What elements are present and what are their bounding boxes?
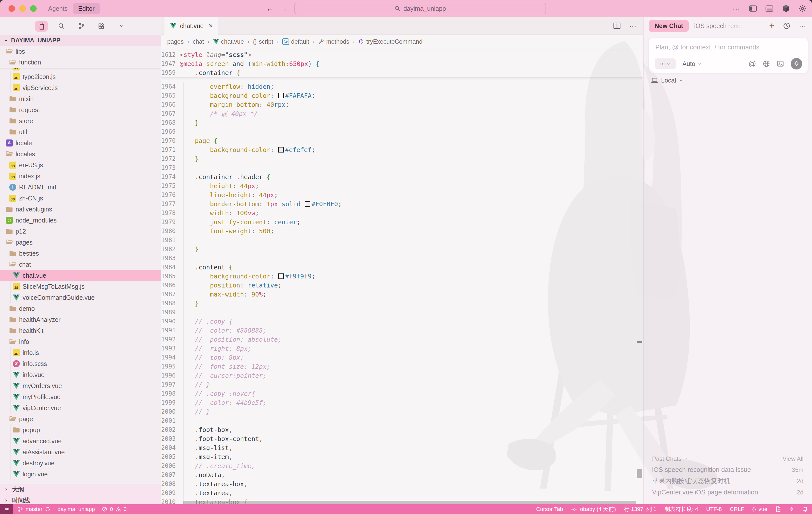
breadcrumb-item-chat.vue[interactable]: chat.vue <box>213 38 244 45</box>
past-chats-label[interactable]: Past Chats <box>652 455 682 462</box>
image-icon[interactable] <box>777 60 784 67</box>
horizontal-scrollbar[interactable] <box>183 501 636 504</box>
search-icon[interactable] <box>55 21 68 32</box>
microphone-icon[interactable] <box>791 58 802 70</box>
model-selector[interactable]: Auto <box>683 60 701 67</box>
minimize-window-button[interactable] <box>19 5 26 12</box>
zoom-window-button[interactable] <box>30 5 37 12</box>
tree-item-SliceMsgToLastMsg.js[interactable]: JSSliceMsgToLastMsg.js <box>0 281 161 292</box>
tree-item-function[interactable]: function <box>0 57 161 68</box>
section-outline[interactable]: 大纲 <box>0 484 161 495</box>
settings-gear-icon[interactable] <box>798 4 807 13</box>
tree-item-vipCenter.vue[interactable]: vipCenter.vue <box>0 402 161 413</box>
tree-item-chat.vue[interactable]: chat.vue <box>0 270 161 281</box>
tree-item-node_modules[interactable]: ⬡node_modules <box>0 215 161 226</box>
tree-item-libs[interactable]: libs <box>0 46 161 57</box>
source-control-branch-icon[interactable] <box>75 21 88 32</box>
git-branch-status[interactable]: master <box>18 506 50 513</box>
sparkle-icon[interactable] <box>789 507 794 512</box>
tree-item-info.vue[interactable]: info.vue <box>0 369 161 380</box>
tree-item-demo[interactable]: demo <box>0 303 161 314</box>
vertical-scrollbar[interactable] <box>637 469 642 478</box>
layout-panel-icon[interactable] <box>765 4 774 13</box>
history-clock-icon[interactable] <box>783 22 790 30</box>
breadcrumb-item-tryExecuteCommand[interactable]: tryExecuteCommand <box>358 38 423 45</box>
breadcrumb-item-default[interactable]: @default <box>282 38 309 45</box>
notifications-bell-icon[interactable] <box>803 506 808 512</box>
close-window-button[interactable] <box>8 5 15 12</box>
environment-selector[interactable]: Local <box>651 77 683 84</box>
tree-item-p12[interactable]: p12 <box>0 226 161 237</box>
new-chat-button[interactable]: New Chat <box>649 20 689 32</box>
past-chat-item[interactable]: 苹果内购按钮状态恢复时机2d <box>643 476 812 487</box>
tree-item-pages[interactable]: pages <box>0 237 161 248</box>
split-editor-icon[interactable] <box>613 22 621 29</box>
tree-item-login.vue[interactable]: login.vue <box>0 468 161 480</box>
extensions-icon[interactable] <box>95 21 108 32</box>
tree-item-mixin[interactable]: mixin <box>0 93 161 104</box>
tree-item-info[interactable]: info <box>0 336 161 347</box>
view-all-link[interactable]: View All <box>782 455 804 462</box>
cursor-tab-status[interactable]: Cursor Tab <box>536 506 563 513</box>
section-timeline[interactable]: 时间线 <box>0 495 161 504</box>
breadcrumb-item-script[interactable]: {}script <box>253 38 273 45</box>
breadcrumb-item-methods[interactable]: methods <box>318 38 349 45</box>
code-editor[interactable]: 1964 overflow: hidden;1965 background-co… <box>161 49 643 504</box>
tree-item-request[interactable]: request <box>0 104 161 115</box>
more-icon[interactable]: ··· <box>732 4 741 13</box>
tree-item-locales[interactable]: locales <box>0 148 161 160</box>
extensions-cube-icon[interactable] <box>781 4 790 13</box>
tree-item-info.scss[interactable]: Sinfo.scss <box>0 358 161 369</box>
tree-item-chat[interactable]: chat <box>0 259 161 270</box>
line-col-status[interactable]: 行 1397, 列 1 <box>624 506 657 513</box>
tab-chat-vue[interactable]: chat.vue × <box>165 17 219 35</box>
tree-item-advanced.vue[interactable]: advanced.vue <box>0 435 161 447</box>
tab-editor[interactable]: Editor <box>73 3 100 14</box>
explorer-files-icon[interactable] <box>35 21 48 32</box>
tree-item-en-US.js[interactable]: JSen-US.js <box>0 160 161 170</box>
layout-sidebar-icon[interactable] <box>748 4 757 13</box>
project-name[interactable]: dayima_uniapp <box>57 506 95 513</box>
git-blame-status[interactable]: obaby (4 天前) <box>571 506 616 513</box>
problems-status[interactable]: 0 0 <box>102 506 126 513</box>
tab-size-status[interactable]: 制表符长度: 4 <box>665 506 698 513</box>
file-association-icon[interactable] <box>775 506 781 512</box>
plus-icon[interactable]: + <box>769 21 774 31</box>
tree-item-info.js[interactable]: JSinfo.js <box>0 347 161 358</box>
web-globe-icon[interactable] <box>763 60 770 67</box>
tab-agents[interactable]: Agents <box>48 5 68 12</box>
past-chat-item[interactable]: VipCenter.vue iOS page deformation2d <box>643 487 812 498</box>
tree-item-besties[interactable]: besties <box>0 248 161 259</box>
breadcrumb-item-chat[interactable]: chat <box>193 38 204 45</box>
tree-item-popup[interactable]: popup <box>0 425 161 435</box>
tree-item-util[interactable]: util <box>0 127 161 137</box>
remote-indicator[interactable]: >< <box>0 504 13 514</box>
tree-item-destroy.vue[interactable]: destroy.vue <box>0 458 161 468</box>
chat-tab-title[interactable]: iOS speech recogn <box>694 22 744 30</box>
tree-item-locale[interactable]: Alocale <box>0 137 161 148</box>
tree-item-voiceCommandGuide.vue[interactable]: voiceCommandGuide.vue <box>0 292 161 303</box>
tree-item-healthKit[interactable]: healthKit <box>0 325 161 336</box>
forward-arrow-icon[interactable]: → <box>280 4 288 13</box>
tree-item-aiAssistant.vue[interactable]: aiAssistant.vue <box>0 447 161 458</box>
tree-item-page[interactable]: page <box>0 413 161 425</box>
tree-item-README.md[interactable]: iREADME.md <box>0 182 161 193</box>
project-search-box[interactable]: dayima_uniapp <box>294 3 546 14</box>
back-arrow-icon[interactable]: ← <box>266 4 274 13</box>
context-limit-dropdown[interactable]: ∞ <box>655 58 676 69</box>
tree-root[interactable]: DAYIMA_UNIAPP <box>0 35 161 46</box>
chat-input-box[interactable]: Plan, @ for context, / for commands ∞ Au… <box>648 37 808 73</box>
tree-item-myProfile.vue[interactable]: myProfile.vue <box>0 391 161 402</box>
tree-item-type2icon.js[interactable]: JStype2icon.js <box>0 71 161 82</box>
tree-item-index.js[interactable]: JSindex.js <box>0 170 161 182</box>
tree-item-nativeplugins[interactable]: nativeplugins <box>0 204 161 215</box>
more-icon[interactable]: ··· <box>799 22 806 30</box>
chevron-down-icon[interactable] <box>115 21 128 32</box>
close-icon[interactable]: × <box>209 22 213 30</box>
at-mention-icon[interactable]: @ <box>749 59 756 68</box>
language-mode-status[interactable]: {} vue <box>752 506 767 513</box>
tree-item-store[interactable]: store <box>0 115 161 127</box>
encoding-status[interactable]: UTF-8 <box>706 506 722 513</box>
tree-item-healthAnalyzer[interactable]: healthAnalyzer <box>0 314 161 325</box>
breadcrumb-item-pages[interactable]: pages <box>167 38 183 45</box>
